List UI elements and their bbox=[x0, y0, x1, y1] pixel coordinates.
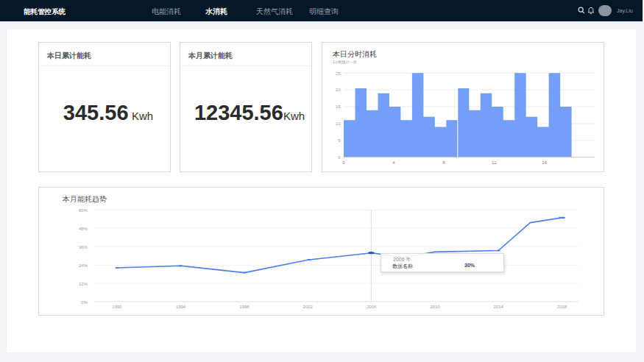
svg-text:1小时统计一次: 1小时统计一次 bbox=[333, 60, 357, 65]
svg-text:0: 0 bbox=[342, 160, 345, 165]
svg-text:1994: 1994 bbox=[176, 305, 186, 309]
svg-text:0%: 0% bbox=[81, 300, 88, 305]
svg-text:2002: 2002 bbox=[303, 305, 314, 309]
svg-text:1998: 1998 bbox=[239, 305, 250, 309]
svg-text:0: 0 bbox=[338, 155, 341, 160]
svg-text:2018: 2018 bbox=[557, 305, 567, 309]
svg-text:36%: 36% bbox=[79, 245, 88, 249]
svg-text:5: 5 bbox=[338, 138, 341, 143]
svg-text:60%: 60% bbox=[79, 208, 88, 213]
svg-text:24%: 24% bbox=[79, 263, 88, 268]
svg-text:25: 25 bbox=[336, 71, 341, 76]
svg-text:本日分时消耗: 本日分时消耗 bbox=[332, 50, 377, 58]
svg-text:8: 8 bbox=[442, 160, 445, 165]
svg-text:20: 20 bbox=[336, 88, 341, 92]
svg-text:15: 15 bbox=[336, 104, 341, 109]
svg-text:4: 4 bbox=[392, 160, 395, 165]
svg-text:10: 10 bbox=[336, 121, 341, 126]
svg-text:12%: 12% bbox=[79, 282, 88, 286]
svg-text:2010: 2010 bbox=[430, 305, 440, 309]
svg-text:48%: 48% bbox=[79, 227, 88, 231]
svg-text:12: 12 bbox=[492, 160, 497, 165]
svg-text:2014: 2014 bbox=[494, 305, 504, 309]
svg-text:1990: 1990 bbox=[112, 305, 122, 309]
svg-text:16: 16 bbox=[542, 160, 547, 165]
svg-text:本月能耗趋势: 本月能耗趋势 bbox=[62, 195, 107, 203]
svg-text:2006: 2006 bbox=[367, 305, 377, 309]
